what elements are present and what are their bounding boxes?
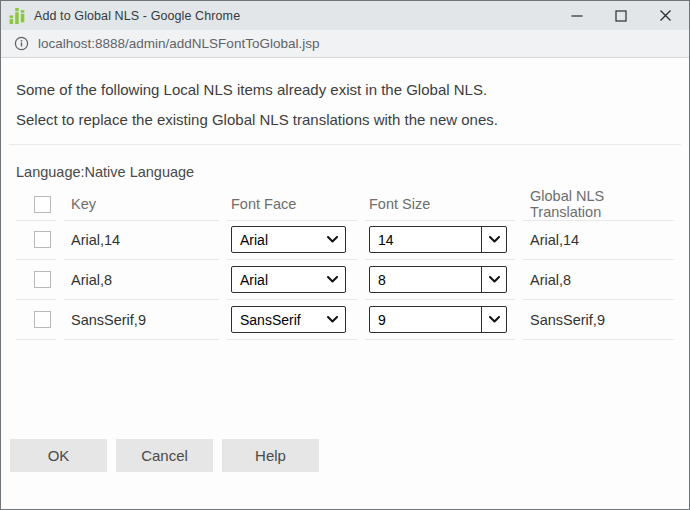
column-header-translation: Global NLS Translation: [530, 188, 674, 220]
url-text: localhost:8888/admin/addNLSFontToGlobal.…: [38, 36, 319, 51]
nls-table: Key Font Face Font Size Global NLS Trans…: [16, 188, 674, 340]
equalizer-chart-icon: [8, 7, 26, 25]
message-line-1: Some of the following Local NLS items al…: [16, 79, 674, 100]
language-section-label: Language:Native Language: [16, 164, 674, 180]
dialog-content: Some of the following Local NLS items al…: [1, 58, 689, 509]
column-header-font-face: Font Face: [231, 196, 296, 212]
font-size-select[interactable]: 8: [369, 266, 507, 293]
row-checkbox[interactable]: [34, 271, 51, 288]
table-header-row: Key Font Face Font Size Global NLS Trans…: [16, 188, 674, 220]
dialog-button-row: OK Cancel Help: [10, 439, 674, 472]
chevron-down-icon: [489, 276, 500, 283]
row-translation: Arial,8: [523, 260, 674, 300]
row-key: Arial,8: [64, 260, 219, 300]
section-divider: [9, 144, 681, 145]
window-title: Add to Global NLS - Google Chrome: [34, 9, 240, 23]
message-block: Some of the following Local NLS items al…: [16, 58, 674, 130]
font-face-select[interactable]: Arial: [231, 226, 346, 253]
minimize-icon: [571, 10, 583, 22]
select-all-checkbox[interactable]: [34, 196, 51, 213]
font-size-value: 8: [370, 272, 481, 288]
column-header-font-size: Font Size: [369, 196, 430, 212]
ok-button[interactable]: OK: [10, 439, 107, 472]
window-titlebar: Add to Global NLS - Google Chrome: [1, 1, 689, 30]
font-size-value: 9: [370, 312, 481, 328]
font-size-value: 14: [370, 232, 481, 248]
maximize-button[interactable]: [599, 1, 643, 30]
row-translation: SansSerif,9: [523, 300, 674, 340]
row-translation: Arial,14: [523, 220, 674, 260]
column-header-key: Key: [71, 196, 96, 212]
dropdown-button[interactable]: [481, 267, 506, 292]
font-face-select[interactable]: Arial: [231, 266, 346, 293]
table-row: Arial,8 Arial 8 Arial,8: [16, 260, 674, 300]
message-line-2: Select to replace the existing Global NL…: [16, 109, 674, 130]
help-button[interactable]: Help: [222, 439, 319, 472]
font-face-value: Arial: [240, 232, 268, 248]
table-row: Arial,14 Arial 14 Arial,14: [16, 220, 674, 260]
table-row: SansSerif,9 SansSerif 9 SansSerif,: [16, 300, 674, 340]
chevron-down-icon: [489, 236, 500, 243]
font-face-value: SansSerif: [240, 312, 301, 328]
close-icon: [659, 9, 672, 22]
maximize-icon: [615, 10, 627, 22]
font-size-select[interactable]: 14: [369, 226, 507, 253]
info-icon[interactable]: [14, 36, 29, 51]
window-controls: [555, 1, 689, 30]
dropdown-button[interactable]: [481, 307, 506, 332]
row-checkbox[interactable]: [34, 231, 51, 248]
close-button[interactable]: [643, 1, 687, 30]
chrome-popup-window: Add to Global NLS - Google Chrome localh…: [0, 0, 690, 510]
dropdown-button[interactable]: [481, 227, 506, 252]
chevron-down-icon: [327, 276, 338, 283]
chevron-down-icon: [327, 236, 338, 243]
font-face-value: Arial: [240, 272, 268, 288]
url-bar[interactable]: localhost:8888/admin/addNLSFontToGlobal.…: [1, 30, 689, 58]
chevron-down-icon: [489, 316, 500, 323]
font-face-select[interactable]: SansSerif: [231, 306, 346, 333]
cancel-button[interactable]: Cancel: [116, 439, 213, 472]
minimize-button[interactable]: [555, 1, 599, 30]
row-key: Arial,14: [64, 220, 219, 260]
row-checkbox[interactable]: [34, 311, 51, 328]
font-size-select[interactable]: 9: [369, 306, 507, 333]
row-key: SansSerif,9: [64, 300, 219, 340]
chevron-down-icon: [327, 316, 338, 323]
